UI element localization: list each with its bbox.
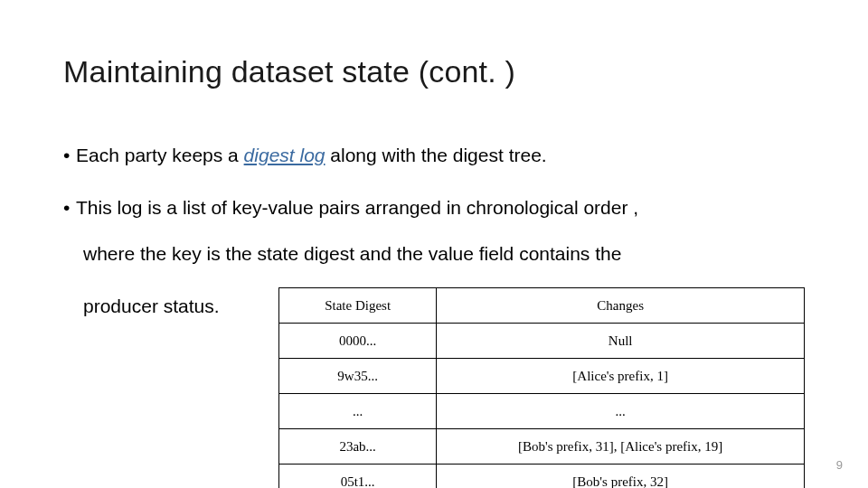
table-row: 23ab... [Bob's prefix, 31], [Alice's pre… (279, 429, 805, 465)
table-row: 05t1... [Bob's prefix, 32] (279, 465, 805, 488)
bullet-2-line2: where the key is the state digest and th… (63, 231, 805, 277)
cell-digest: 23ab... (279, 429, 437, 465)
cell-changes: ... (437, 394, 805, 429)
digest-log-table: State Digest Changes 0000... Null 9w35..… (278, 287, 805, 488)
cell-digest: 9w35... (279, 359, 437, 394)
bullet-1: •Each party keeps a digest log along wit… (63, 133, 805, 178)
table-row: 9w35... [Alice's prefix, 1] (279, 359, 805, 394)
page-number: 9 (836, 458, 843, 472)
bullet-1-text: Each party keeps a digest log along with… (76, 145, 547, 165)
header-state-digest: State Digest (279, 288, 437, 324)
cell-changes: [Bob's prefix, 32] (437, 465, 805, 488)
bullet-dot: • (63, 133, 76, 178)
slide-title: Maintaining dataset state (cont. ) (63, 54, 805, 89)
cell-changes: [Alice's prefix, 1] (437, 359, 805, 394)
bullet-dot: • (63, 185, 76, 230)
slide: Maintaining dataset state (cont. ) •Each… (0, 0, 868, 488)
bullet-2: •This log is a list of key-value pairs a… (63, 185, 805, 277)
header-changes: Changes (437, 288, 805, 324)
digest-log-table-wrap: State Digest Changes 0000... Null 9w35..… (278, 287, 805, 488)
bullet-1-pre: Each party keeps a (76, 145, 244, 165)
cell-digest: ... (279, 394, 437, 429)
cell-changes: Null (437, 324, 805, 359)
cell-digest: 0000... (279, 324, 437, 359)
table-row: ... ... (279, 394, 805, 429)
cell-changes: [Bob's prefix, 31], [Alice's prefix, 19] (437, 429, 805, 465)
lower-row: producer status. State Digest Changes 00… (63, 284, 805, 488)
slide-body: •Each party keeps a digest log along wit… (63, 133, 805, 488)
cell-digest: 05t1... (279, 465, 437, 488)
table-row: 0000... Null (279, 324, 805, 359)
emphasis-digest-log: digest log (244, 145, 326, 165)
bullet-2-line3: producer status. (63, 284, 271, 329)
bullet-1-post: along with the digest tree. (326, 145, 547, 165)
bullet-2-line1: This log is a list of key-value pairs ar… (76, 197, 638, 218)
table-header-row: State Digest Changes (279, 288, 805, 324)
